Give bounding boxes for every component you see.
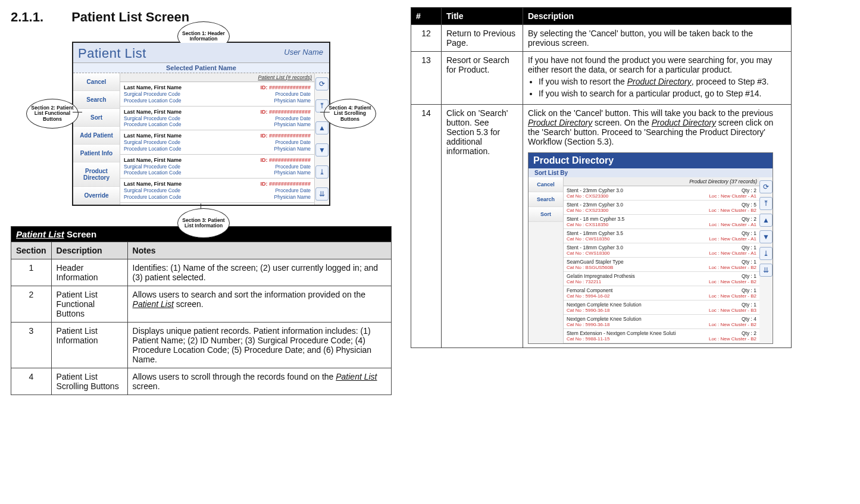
mock-sidebar: Cancel Search Sort Add Patient Patient I… — [73, 73, 120, 205]
product-directory-mock: Product Directory Sort List By Cancel Se… — [528, 152, 773, 344]
col-section: Section — [11, 242, 52, 259]
scroll-last-icon[interactable]: ⇊ — [315, 187, 329, 201]
list-item[interactable]: Last Name, First NameID: ############## … — [120, 82, 314, 107]
scroll-bottom-icon[interactable]: ⤓ — [759, 247, 773, 260]
pd-btn-cancel[interactable]: Cancel — [528, 177, 563, 192]
scroll-down-icon[interactable]: ▼ — [315, 143, 329, 156]
mock-user: User Name — [284, 48, 323, 57]
pd-scrollbar: ⟳ ⤒ ▲ ▼ ⤓ ⇊ — [759, 177, 773, 343]
table-row: 2 Patient List Functional Buttons Allows… — [11, 286, 392, 323]
mock-btn-info[interactable]: Patient Info — [73, 145, 120, 162]
pd-list-head: Product Directory (37 records) — [564, 177, 759, 186]
table-row: 12 Return to Previous Page. By selecting… — [411, 25, 792, 52]
mock-btn-directory[interactable]: Product Directory — [73, 162, 120, 187]
pd-btn-sort[interactable]: Sort — [528, 207, 563, 222]
list-item[interactable]: Last Name, First NameID: ############## … — [120, 107, 314, 131]
scroll-bottom-icon[interactable]: ⤓ — [315, 165, 329, 179]
scroll-refresh-icon[interactable]: ⟳ — [315, 77, 329, 90]
list-item[interactable]: Gelatin Impregnated ProthesisQty : 1Cat … — [564, 272, 759, 286]
pd-sidebar: Cancel Search Sort — [528, 177, 564, 343]
table-row: 14 Click on 'Search' button. See Section… — [411, 105, 792, 348]
scroll-up-icon[interactable]: ▲ — [315, 121, 329, 134]
scroll-refresh-icon[interactable]: ⟳ — [759, 180, 773, 193]
table-row: 4 Patient List Scrolling Buttons Allows … — [11, 368, 392, 395]
patient-list-mock-wrap: Section 1: Header Information Section 2:… — [46, 42, 356, 206]
list-item[interactable]: Nextgen Complete Knee SolutionQty : 1Cat… — [564, 300, 759, 315]
mock-header: Patient List User Name — [73, 43, 329, 63]
mock-btn-add[interactable]: Add Patient — [73, 127, 120, 145]
list-item[interactable]: Femoral ComponentQty : 1Cat No : 5994-16… — [564, 286, 759, 300]
scroll-down-icon[interactable]: ▼ — [759, 230, 773, 243]
patient-list-sections-table: Patient List Screen Section Description … — [11, 226, 392, 395]
list-item[interactable]: Stent - 18mm Cypher 3.0Qty : 1Cat No : C… — [564, 243, 759, 258]
col-description: Description — [51, 242, 127, 259]
scroll-top-icon[interactable]: ⤒ — [759, 197, 773, 210]
mock-btn-search[interactable]: Search — [73, 91, 120, 109]
col-desc: Description — [523, 8, 792, 25]
list-item[interactable]: Stent - 23mm Cypher 3.0Qty : 2Cat No : C… — [564, 186, 759, 201]
pd-title: Product Directory — [528, 153, 773, 168]
callout-section2: Section 2: Patient List Functional Butto… — [26, 99, 79, 129]
list-item[interactable]: Stent - 18mm Cypher 3.5Qty : 1Cat No : C… — [564, 229, 759, 243]
mock-title: Patient List — [78, 46, 146, 61]
list-item[interactable]: Last Name, First NameID: ############## … — [120, 130, 314, 155]
scroll-last-icon[interactable]: ⇊ — [759, 264, 773, 277]
mock-scrollbar: ⟳ ⤒ ▲ ▼ ⤓ ⇊ — [315, 73, 329, 205]
heading-title: Patient List Screen — [71, 10, 189, 24]
list-item[interactable]: SeamGuard Stapler TypeQty : 1Cat No : BS… — [564, 258, 759, 272]
col-num: # — [411, 8, 442, 25]
mock-btn-override[interactable]: Override — [73, 187, 120, 205]
mock-list: Patient List (# records) Last Name, Firs… — [120, 73, 315, 205]
list-item[interactable]: Stent - 18 mm Cypher 3.5Qty : 2Cat No : … — [564, 215, 759, 229]
mock-list-head: Patient List (# records) — [120, 73, 314, 82]
col-title: Title — [442, 8, 523, 25]
pd-btn-search[interactable]: Search — [528, 192, 563, 207]
table-row: 3 Patient List Information Displays uniq… — [11, 323, 392, 368]
workflow-steps-table: # Title Description 12 Return to Previou… — [411, 7, 792, 348]
pd-list: Product Directory (37 records) Stent - 2… — [564, 177, 759, 343]
heading-number: 2.1.1. — [11, 10, 68, 25]
callout-section3: Section 3: Patient List Information — [177, 208, 230, 238]
pd-sort: Sort List By — [528, 168, 773, 177]
list-item[interactable]: Nextgen Complete Knee SolutionQty : 4Cat… — [564, 315, 759, 329]
list-item[interactable]: Stem Extension - Nextgen Complete Knee S… — [564, 329, 759, 343]
mock-btn-cancel[interactable]: Cancel — [73, 73, 120, 91]
mock-selected-patient: Selected Patient Name — [73, 63, 329, 73]
list-item[interactable]: Last Name, First NameID: ############## … — [120, 155, 314, 179]
table-row: 1 Header Information Identifies: (1) Nam… — [11, 259, 392, 286]
scroll-up-icon[interactable]: ▲ — [759, 214, 773, 227]
bullet: If you wish to search for a particular p… — [539, 89, 786, 98]
bullet: If you wish to resort the Product Direct… — [539, 77, 786, 86]
col-notes: Notes — [127, 242, 391, 259]
list-item[interactable]: Stent - 23mm Cypher 3.0Qty : 5Cat No : C… — [564, 201, 759, 215]
patient-list-mock: Patient List User Name Selected Patient … — [72, 42, 330, 206]
table-row: 13 Resort or Search for Product. If you … — [411, 52, 792, 105]
callout-section4: Section 4: Patient List Scrolling Button… — [324, 99, 376, 129]
list-item[interactable]: Last Name, First NameID: ############## … — [120, 179, 314, 203]
